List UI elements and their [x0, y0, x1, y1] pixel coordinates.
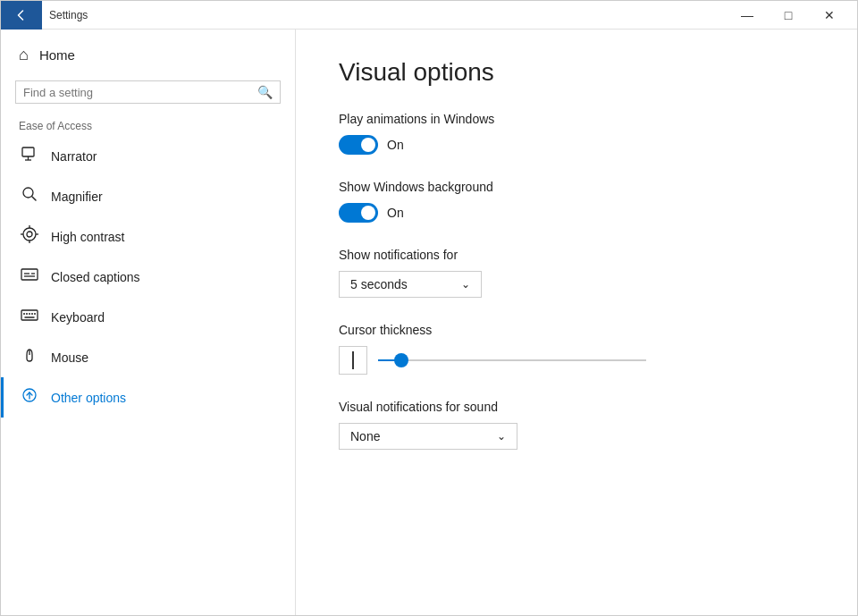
- magnifier-label: Magnifier: [51, 190, 103, 204]
- cursor-thickness-slider-container: [378, 351, 646, 369]
- page-title: Visual options: [339, 58, 814, 87]
- keyboard-label: Keyboard: [51, 310, 105, 325]
- cursor-bar: [352, 351, 354, 369]
- visual-notifications-setting: Visual notifications for sound None ⌄: [339, 400, 814, 450]
- titlebar: Settings — □ ✕: [1, 1, 857, 30]
- high-contrast-label: High contrast: [51, 230, 124, 244]
- magnifier-icon: [19, 185, 40, 207]
- home-label: Home: [39, 47, 75, 63]
- play-animations-toggle[interactable]: [339, 135, 378, 155]
- content-area: Visual options Play animations in Window…: [296, 30, 857, 615]
- cursor-thickness-slider-track: [378, 359, 646, 361]
- cursor-thickness-row: [339, 346, 814, 375]
- other-options-label: Other options: [51, 391, 126, 405]
- notifications-duration-setting: Show notifications for 5 seconds ⌄: [339, 248, 814, 298]
- show-background-label: Show Windows background: [339, 180, 814, 194]
- visual-notifications-dropdown[interactable]: None ⌄: [339, 423, 517, 450]
- cursor-thickness-slider-thumb[interactable]: [394, 353, 408, 367]
- window-controls: — □ ✕: [727, 1, 850, 30]
- search-icon: 🔍: [257, 85, 273, 99]
- show-background-toggle-row: On: [339, 203, 814, 223]
- play-animations-setting: Play animations in Windows On: [339, 112, 814, 155]
- play-animations-track: [339, 135, 378, 155]
- other-options-icon: [19, 386, 40, 409]
- play-animations-toggle-row: On: [339, 135, 814, 155]
- show-background-toggle[interactable]: [339, 203, 378, 223]
- svg-rect-15: [21, 310, 38, 320]
- sidebar-item-closed-captions[interactable]: Closed captions: [1, 257, 295, 297]
- sidebar-item-keyboard[interactable]: Keyboard: [1, 297, 295, 337]
- search-box: 🔍: [15, 80, 281, 104]
- sidebar-item-high-contrast[interactable]: High contrast: [1, 216, 295, 257]
- narrator-icon: [19, 145, 40, 167]
- sidebar-item-other-options[interactable]: Other options: [1, 377, 295, 418]
- window-title: Settings: [49, 9, 727, 21]
- sidebar-item-magnifier[interactable]: Magnifier: [1, 176, 295, 216]
- notifications-duration-dropdown[interactable]: 5 seconds ⌄: [339, 271, 482, 298]
- minimize-button[interactable]: —: [727, 1, 768, 30]
- cursor-thickness-setting: Cursor thickness: [339, 323, 814, 375]
- sidebar-item-home[interactable]: ⌂ Home: [1, 37, 295, 73]
- back-button[interactable]: [1, 1, 42, 30]
- sidebar-item-narrator[interactable]: Narrator: [1, 136, 295, 176]
- narrator-label: Narrator: [51, 149, 97, 164]
- visual-notifications-label: Visual notifications for sound: [339, 400, 814, 414]
- show-background-setting: Show Windows background On: [339, 180, 814, 223]
- closed-captions-icon: [19, 266, 40, 288]
- visual-notifications-dropdown-arrow: ⌄: [497, 430, 506, 443]
- sidebar: ⌂ Home 🔍 Ease of Access Narrator: [1, 30, 296, 615]
- cursor-thickness-label: Cursor thickness: [339, 323, 814, 337]
- maximize-button[interactable]: □: [768, 1, 809, 30]
- keyboard-icon: [19, 306, 40, 328]
- play-animations-label: Play animations in Windows: [339, 112, 814, 126]
- mouse-label: Mouse: [51, 350, 88, 365]
- show-background-value: On: [387, 206, 404, 220]
- home-icon: ⌂: [19, 46, 29, 64]
- closed-captions-label: Closed captions: [51, 270, 140, 284]
- high-contrast-icon: [19, 225, 40, 248]
- settings-window: Settings — □ ✕ ⌂ Home 🔍 Ease of Access: [0, 0, 858, 616]
- main-content: ⌂ Home 🔍 Ease of Access Narrator: [1, 30, 857, 615]
- svg-rect-0: [22, 148, 34, 156]
- show-background-track: [339, 203, 378, 223]
- notifications-duration-value: 5 seconds: [350, 277, 408, 291]
- cursor-preview: [339, 346, 367, 375]
- visual-notifications-value: None: [350, 429, 380, 443]
- svg-rect-11: [21, 269, 38, 280]
- svg-point-3: [23, 188, 33, 198]
- sidebar-item-mouse[interactable]: Mouse: [1, 337, 295, 377]
- notifications-duration-label: Show notifications for: [339, 248, 814, 262]
- mouse-icon: [19, 346, 40, 368]
- svg-point-6: [27, 232, 32, 237]
- play-animations-value: On: [387, 138, 404, 152]
- svg-point-5: [23, 228, 36, 240]
- notifications-dropdown-arrow: ⌄: [461, 278, 470, 291]
- svg-line-4: [32, 197, 36, 200]
- sidebar-section-label: Ease of Access: [1, 111, 295, 136]
- close-button[interactable]: ✕: [809, 1, 850, 30]
- search-input[interactable]: [23, 86, 257, 99]
